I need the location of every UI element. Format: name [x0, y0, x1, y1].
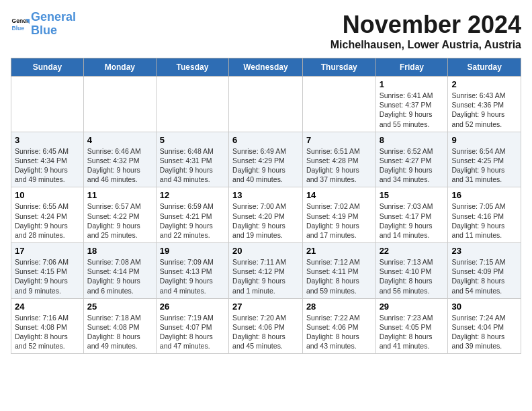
logo-icon: General Blue	[11, 15, 30, 34]
calendar-cell: 20Sunrise: 7:11 AM Sunset: 4:12 PM Dayli…	[229, 243, 303, 299]
day-number: 2	[451, 79, 517, 89]
calendar-cell: 24Sunrise: 7:16 AM Sunset: 4:08 PM Dayli…	[11, 298, 84, 354]
day-number: 29	[380, 302, 445, 312]
calendar-cell: 19Sunrise: 7:09 AM Sunset: 4:13 PM Dayli…	[156, 243, 228, 299]
calendar-cell: 14Sunrise: 7:02 AM Sunset: 4:19 PM Dayli…	[302, 187, 375, 243]
day-number: 15	[380, 190, 445, 200]
day-info: Sunrise: 7:09 AM Sunset: 4:13 PM Dayligh…	[160, 257, 225, 295]
day-number: 10	[15, 190, 80, 200]
calendar-cell: 30Sunrise: 7:24 AM Sunset: 4:04 PM Dayli…	[448, 298, 521, 354]
day-number: 19	[160, 246, 225, 256]
day-info: Sunrise: 6:48 AM Sunset: 4:31 PM Dayligh…	[160, 146, 225, 185]
calendar-cell	[11, 77, 84, 132]
day-number: 20	[232, 246, 299, 256]
day-info: Sunrise: 7:19 AM Sunset: 4:07 PM Dayligh…	[160, 313, 225, 351]
day-number: 27	[232, 302, 299, 312]
calendar-cell: 13Sunrise: 7:00 AM Sunset: 4:20 PM Dayli…	[229, 187, 303, 243]
calendar-cell: 23Sunrise: 7:15 AM Sunset: 4:09 PM Dayli…	[448, 243, 521, 299]
svg-text:Blue: Blue	[12, 24, 25, 31]
day-number: 26	[160, 302, 225, 312]
calendar-cell: 10Sunrise: 6:55 AM Sunset: 4:24 PM Dayli…	[11, 187, 84, 243]
day-number: 28	[306, 302, 372, 312]
day-header-friday: Friday	[375, 58, 448, 77]
day-info: Sunrise: 7:22 AM Sunset: 4:06 PM Dayligh…	[306, 313, 372, 351]
day-number: 23	[451, 246, 517, 256]
day-info: Sunrise: 6:46 AM Sunset: 4:32 PM Dayligh…	[87, 146, 152, 185]
calendar-cell: 11Sunrise: 6:57 AM Sunset: 4:22 PM Dayli…	[83, 187, 156, 243]
day-number: 1	[380, 79, 445, 89]
day-number: 8	[380, 135, 445, 145]
logo-text: General Blue	[31, 11, 76, 38]
day-info: Sunrise: 7:18 AM Sunset: 4:08 PM Dayligh…	[87, 313, 152, 351]
calendar-cell: 29Sunrise: 7:23 AM Sunset: 4:05 PM Dayli…	[375, 298, 448, 354]
day-number: 30	[451, 302, 517, 312]
day-info: Sunrise: 6:52 AM Sunset: 4:27 PM Dayligh…	[380, 146, 445, 185]
day-info: Sunrise: 6:41 AM Sunset: 4:37 PM Dayligh…	[380, 91, 445, 129]
calendar-table: SundayMondayTuesdayWednesdayThursdayFrid…	[11, 58, 521, 354]
month-title: November 2024	[330, 11, 521, 39]
day-number: 4	[87, 135, 152, 145]
day-number: 25	[87, 302, 152, 312]
logo-line1: General	[31, 10, 76, 24]
day-number: 14	[306, 190, 372, 200]
calendar-cell: 6Sunrise: 6:49 AM Sunset: 4:29 PM Daylig…	[229, 132, 303, 187]
calendar-week-5: 24Sunrise: 7:16 AM Sunset: 4:08 PM Dayli…	[11, 298, 521, 354]
day-info: Sunrise: 6:49 AM Sunset: 4:29 PM Dayligh…	[232, 146, 299, 185]
calendar-cell	[156, 77, 228, 132]
day-info: Sunrise: 7:03 AM Sunset: 4:17 PM Dayligh…	[380, 201, 445, 240]
logo-line2: Blue	[31, 24, 57, 37]
svg-text:General: General	[12, 17, 30, 24]
calendar-cell	[83, 77, 156, 132]
calendar-cell: 8Sunrise: 6:52 AM Sunset: 4:27 PM Daylig…	[375, 132, 448, 187]
day-number: 24	[15, 302, 80, 312]
day-info: Sunrise: 7:13 AM Sunset: 4:10 PM Dayligh…	[380, 257, 445, 295]
day-number: 11	[87, 190, 152, 200]
day-info: Sunrise: 7:15 AM Sunset: 4:09 PM Dayligh…	[451, 257, 517, 295]
calendar-cell: 15Sunrise: 7:03 AM Sunset: 4:17 PM Dayli…	[375, 187, 448, 243]
calendar-cell: 16Sunrise: 7:05 AM Sunset: 4:16 PM Dayli…	[448, 187, 521, 243]
calendar-cell: 21Sunrise: 7:12 AM Sunset: 4:11 PM Dayli…	[302, 243, 375, 299]
day-info: Sunrise: 6:55 AM Sunset: 4:24 PM Dayligh…	[15, 201, 80, 240]
day-number: 3	[15, 135, 80, 145]
location-subtitle: Michelhausen, Lower Austria, Austria	[330, 39, 521, 51]
day-number: 21	[306, 246, 372, 256]
calendar-cell: 17Sunrise: 7:06 AM Sunset: 4:15 PM Dayli…	[11, 243, 84, 299]
calendar-cell: 27Sunrise: 7:20 AM Sunset: 4:06 PM Dayli…	[229, 298, 303, 354]
calendar-body: 1Sunrise: 6:41 AM Sunset: 4:37 PM Daylig…	[11, 77, 521, 354]
day-info: Sunrise: 7:16 AM Sunset: 4:08 PM Dayligh…	[15, 313, 80, 351]
day-info: Sunrise: 7:23 AM Sunset: 4:05 PM Dayligh…	[380, 313, 445, 351]
day-info: Sunrise: 7:00 AM Sunset: 4:20 PM Dayligh…	[232, 201, 299, 240]
day-info: Sunrise: 7:08 AM Sunset: 4:14 PM Dayligh…	[87, 257, 152, 295]
calendar-week-1: 1Sunrise: 6:41 AM Sunset: 4:37 PM Daylig…	[11, 77, 521, 132]
calendar-cell: 25Sunrise: 7:18 AM Sunset: 4:08 PM Dayli…	[83, 298, 156, 354]
day-info: Sunrise: 6:54 AM Sunset: 4:25 PM Dayligh…	[451, 146, 517, 185]
day-number: 5	[160, 135, 225, 145]
calendar-cell	[302, 77, 375, 132]
day-info: Sunrise: 6:45 AM Sunset: 4:34 PM Dayligh…	[15, 146, 80, 185]
day-info: Sunrise: 6:59 AM Sunset: 4:21 PM Dayligh…	[160, 201, 225, 240]
day-number: 9	[451, 135, 517, 145]
day-info: Sunrise: 7:20 AM Sunset: 4:06 PM Dayligh…	[232, 313, 299, 351]
calendar-cell: 12Sunrise: 6:59 AM Sunset: 4:21 PM Dayli…	[156, 187, 228, 243]
day-number: 12	[160, 190, 225, 200]
calendar-week-4: 17Sunrise: 7:06 AM Sunset: 4:15 PM Dayli…	[11, 243, 521, 299]
calendar-header-row: SundayMondayTuesdayWednesdayThursdayFrid…	[11, 58, 521, 77]
calendar-cell: 22Sunrise: 7:13 AM Sunset: 4:10 PM Dayli…	[375, 243, 448, 299]
day-header-thursday: Thursday	[302, 58, 375, 77]
day-info: Sunrise: 6:43 AM Sunset: 4:36 PM Dayligh…	[451, 91, 517, 129]
day-number: 18	[87, 246, 152, 256]
day-info: Sunrise: 7:02 AM Sunset: 4:19 PM Dayligh…	[306, 201, 372, 240]
calendar-cell: 4Sunrise: 6:46 AM Sunset: 4:32 PM Daylig…	[83, 132, 156, 187]
logo: General Blue General Blue	[11, 11, 76, 38]
calendar-week-2: 3Sunrise: 6:45 AM Sunset: 4:34 PM Daylig…	[11, 132, 521, 187]
day-header-sunday: Sunday	[11, 58, 84, 77]
calendar-cell: 5Sunrise: 6:48 AM Sunset: 4:31 PM Daylig…	[156, 132, 228, 187]
title-section: November 2024 Michelhausen, Lower Austri…	[330, 11, 521, 51]
day-info: Sunrise: 7:11 AM Sunset: 4:12 PM Dayligh…	[232, 257, 299, 295]
day-info: Sunrise: 7:12 AM Sunset: 4:11 PM Dayligh…	[306, 257, 372, 295]
day-number: 16	[451, 190, 517, 200]
day-info: Sunrise: 7:24 AM Sunset: 4:04 PM Dayligh…	[451, 313, 517, 351]
calendar-cell	[229, 77, 303, 132]
day-number: 6	[232, 135, 299, 145]
day-info: Sunrise: 7:05 AM Sunset: 4:16 PM Dayligh…	[451, 201, 517, 240]
